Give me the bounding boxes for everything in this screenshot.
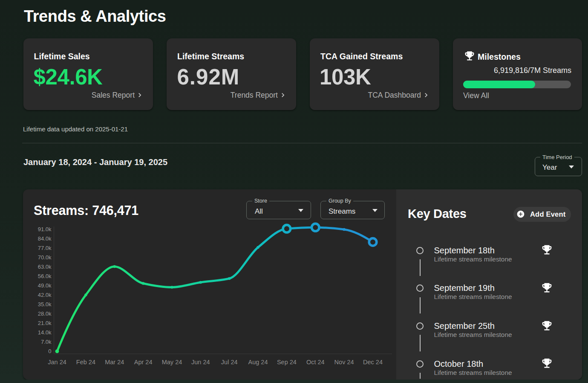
svg-text:Oct 24: Oct 24 [306, 359, 325, 366]
svg-text:14.0k: 14.0k [38, 329, 52, 336]
svg-text:63.0k: 63.0k [38, 264, 52, 270]
svg-text:70.0k: 70.0k [38, 254, 52, 261]
svg-text:42.0k: 42.0k [38, 292, 52, 298]
svg-text:77.0k: 77.0k [38, 245, 52, 251]
svg-text:Jul 24: Jul 24 [221, 359, 238, 366]
svg-text:84.0k: 84.0k [38, 235, 52, 242]
svg-text:91.0k: 91.0k [38, 226, 52, 232]
svg-text:Feb 24: Feb 24 [76, 359, 95, 366]
svg-text:Sep 24: Sep 24 [277, 359, 297, 366]
svg-text:49.0k: 49.0k [38, 282, 52, 289]
svg-text:Apr 24: Apr 24 [134, 359, 153, 366]
svg-text:28.0k: 28.0k [38, 310, 52, 317]
svg-text:Mar 24: Mar 24 [105, 359, 124, 366]
svg-text:Nov 24: Nov 24 [334, 359, 354, 366]
svg-text:Dec 24: Dec 24 [363, 359, 383, 366]
svg-text:21.0k: 21.0k [38, 320, 52, 326]
svg-text:Aug 24: Aug 24 [248, 359, 268, 366]
svg-text:Jun 24: Jun 24 [191, 359, 210, 366]
svg-text:7.0k: 7.0k [41, 339, 52, 345]
svg-text:Jan 24: Jan 24 [48, 359, 66, 366]
svg-text:35.0k: 35.0k [38, 301, 52, 308]
svg-text:56.0k: 56.0k [38, 273, 52, 279]
svg-text:0: 0 [48, 348, 51, 354]
svg-text:May 24: May 24 [162, 359, 182, 366]
